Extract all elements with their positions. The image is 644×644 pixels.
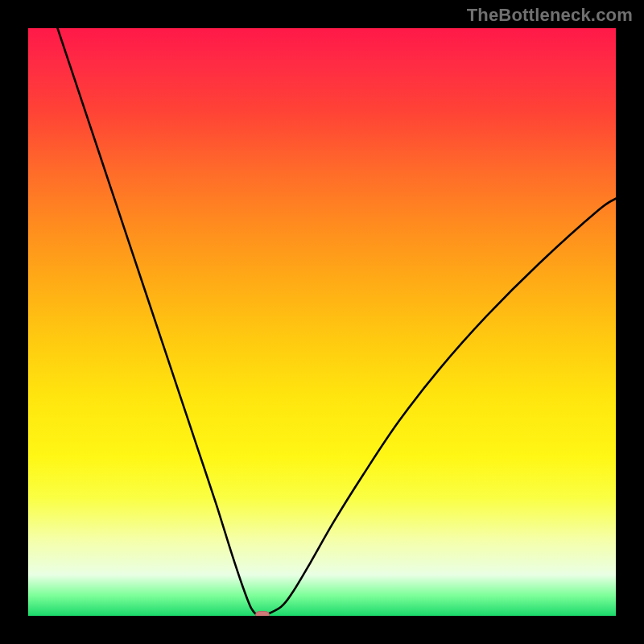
- watermark-text: TheBottleneck.com: [467, 5, 633, 26]
- plot-area: [28, 28, 616, 616]
- optimum-marker: [255, 611, 270, 616]
- bottleneck-curve: [58, 28, 617, 616]
- chart-stage: TheBottleneck.com: [0, 0, 644, 644]
- curve-svg: [28, 28, 616, 616]
